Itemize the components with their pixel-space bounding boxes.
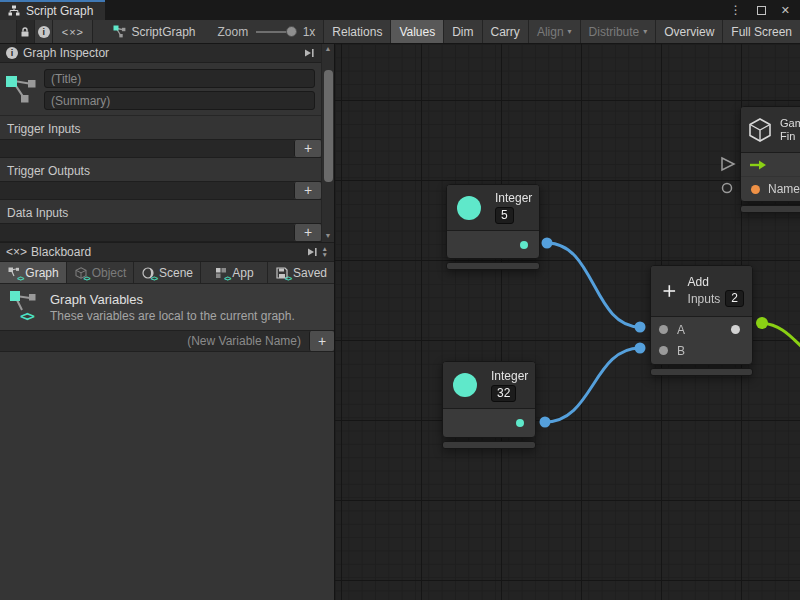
node-footer [650,368,753,376]
panel-toggle-icon[interactable] [303,48,315,58]
title-field[interactable] [44,69,315,88]
info-button[interactable]: i [35,20,53,43]
node-title-line2: Fin [780,130,800,143]
lock-icon [19,26,31,38]
script-graph-window: Script Graph ⋮ ✕ i <×> [0,0,800,600]
tab-saved[interactable]: Saved [268,262,334,283]
empty-list [0,224,294,241]
inputs-count-field[interactable]: 2 [725,290,744,307]
integer-type-icon [453,373,477,397]
zoom-value: 1x [303,25,316,39]
code-view-button[interactable]: <×> [53,20,93,43]
node-title: Integer [491,369,528,383]
gameobject-find-node[interactable]: Gam Fin Name [740,106,800,213]
input-port-b[interactable] [659,346,668,355]
node-footer [740,205,800,213]
tab-object[interactable]: Object [67,262,134,283]
graph-toolbar: i <×> ScriptGraph Zoom 1x Relations Valu… [0,20,800,44]
wire-integer1-to-add-a[interactable] [547,243,640,327]
blackboard-tabs: Graph Object Scene [0,262,334,284]
integer-value-field[interactable]: 32 [491,385,516,402]
chevron-down-icon: ▾ [568,27,572,36]
inspector-scrollbar[interactable]: ▲ ▼ [321,44,334,242]
summary-field[interactable] [44,91,315,110]
zoom-slider[interactable] [256,26,297,38]
fullscreen-button[interactable]: Full Screen [722,20,800,43]
port-a-label: A [677,323,685,337]
values-button[interactable]: Values [390,20,443,43]
blackboard-header: <×> Blackboard ▲▼ [0,242,334,262]
output-port[interactable] [731,325,740,334]
bolt-graph-icon [113,25,126,38]
wire-endpoint[interactable] [540,417,551,428]
new-variable-input[interactable] [0,331,309,351]
integer-node-1[interactable]: Integer 5 [446,184,540,270]
info-icon: i [6,47,18,59]
output-port[interactable] [516,419,524,427]
wire-endpoint[interactable] [542,238,553,249]
input-port-a[interactable] [659,325,668,334]
integer-value-field[interactable]: 5 [495,207,514,224]
graph-meta-fields [0,63,321,115]
window-maximize-icon[interactable] [757,6,766,15]
info-icon: i [38,26,50,38]
name-input-port[interactable] [751,185,760,194]
wire-endpoint[interactable] [635,343,646,354]
graph-variables-icon: <> [9,290,39,324]
trigger-inputs-list: + [0,139,321,158]
scroll-down-icon[interactable]: ▼ [325,231,332,241]
app-variables-icon [214,266,228,279]
graph-canvas[interactable]: Integer 5 Integer [335,44,800,600]
overview-button[interactable]: Overview [655,20,722,43]
align-button[interactable]: Align ▾ [528,20,580,43]
distribute-button[interactable]: Distribute ▾ [580,20,656,43]
tab-graph[interactable]: Graph [0,262,67,283]
scroll-up-icon[interactable]: ▲ [325,44,332,54]
tab-scene[interactable]: Scene [134,262,201,283]
graph-name-label: ScriptGraph [131,25,195,39]
empty-list [0,182,294,199]
carry-button[interactable]: Carry [482,20,528,43]
data-inputs-label: Data Inputs [0,200,321,223]
add-trigger-input-button[interactable]: + [294,140,321,157]
inputs-label: Inputs [688,292,721,306]
add-node[interactable]: Add Inputs 2 A [650,265,753,376]
title-bar: Script Graph ⋮ ✕ [0,0,800,20]
flow-arrow-icon[interactable] [749,160,767,170]
relations-button[interactable]: Relations [323,20,390,43]
wire-integer2-to-add-b[interactable] [545,348,640,422]
lock-button[interactable] [16,20,35,43]
graph-icon [5,74,39,106]
window-close-icon[interactable]: ✕ [781,4,790,17]
object-variables-icon [74,266,88,279]
window-controls: ⋮ ✕ [730,0,800,20]
trigger-outputs-label: Trigger Outputs [0,158,321,181]
graph-inspector-panel: i Graph Inspector [0,44,334,242]
node-footer [442,441,536,449]
dim-button[interactable]: Dim [443,20,481,43]
script-graph-tab[interactable]: Script Graph [0,0,105,20]
variables-icon: <×> [6,245,27,259]
blackboard-scroll-arrows[interactable]: ▲▼ [322,246,328,258]
window-menu-icon[interactable]: ⋮ [730,3,742,17]
data-input-marker[interactable] [723,184,732,193]
wire-endpoint[interactable] [756,317,768,329]
node-title-line1: Gam [780,117,800,130]
output-port[interactable] [520,241,528,249]
scrollbar-thumb[interactable] [324,70,333,182]
wire-add-output[interactable] [762,323,800,347]
empty-list [0,140,294,157]
add-trigger-output-button[interactable]: + [294,182,321,199]
panel-toggle-icon[interactable] [306,247,318,257]
wire-endpoint[interactable] [635,322,646,333]
add-data-input-button[interactable]: + [294,224,321,241]
port-b-label: B [677,344,685,358]
node-title: Integer [495,191,532,205]
scroll-down-icon[interactable]: ▼ [322,252,328,258]
zoom-slider-handle[interactable] [286,26,297,37]
tab-app[interactable]: App [201,262,268,283]
integer-node-2[interactable]: Integer 32 [442,361,536,449]
code-icon: <×> [62,26,84,38]
flow-input-marker[interactable] [722,158,734,170]
add-variable-button[interactable]: + [309,331,334,351]
